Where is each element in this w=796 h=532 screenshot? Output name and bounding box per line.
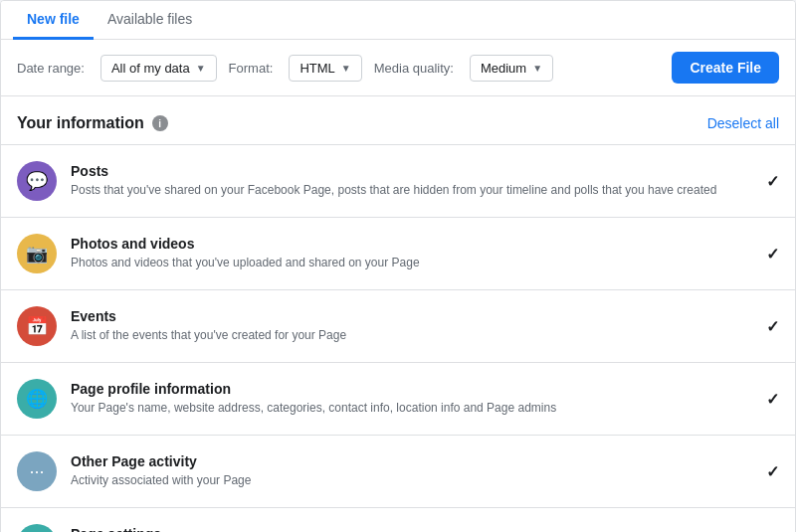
item-text-posts: Posts Posts that you've shared on your F…	[71, 163, 752, 199]
list-item[interactable]: ··· Other Page activity Activity associa…	[1, 436, 795, 508]
item-title-other-activity: Other Page activity	[71, 453, 752, 469]
format-chevron-icon: ▼	[341, 63, 351, 74]
create-file-button[interactable]: Create File	[672, 52, 779, 84]
item-title-page-settings: Page settings	[71, 526, 752, 532]
date-range-value: All of my data	[111, 61, 190, 76]
media-quality-dropdown[interactable]: Medium ▼	[470, 55, 553, 82]
item-check-photos-videos: ✓	[766, 245, 779, 264]
info-icon[interactable]: i	[152, 115, 168, 131]
item-title-page-profile: Page profile information	[71, 381, 752, 397]
item-desc-events: A list of the events that you've created…	[71, 327, 752, 344]
item-title-photos-videos: Photos and videos	[71, 236, 752, 252]
item-icon-photos-videos: 📷	[17, 234, 57, 273]
list-item[interactable]: 💬 Posts Posts that you've shared on your…	[1, 145, 795, 218]
section-title-text: Your information	[17, 114, 144, 132]
item-title-posts: Posts	[71, 163, 752, 179]
list-item[interactable]: 🌐 Page profile information Your Page's n…	[1, 363, 795, 436]
item-icon-events: 📅	[17, 306, 57, 346]
item-check-posts: ✓	[766, 172, 779, 191]
deselect-all-link[interactable]: Deselect all	[707, 115, 779, 131]
content-area: Your information i Deselect all 💬 Posts …	[1, 96, 795, 532]
item-desc-page-profile: Your Page's name, website address, categ…	[71, 400, 752, 417]
item-desc-other-activity: Activity associated with your Page	[71, 472, 752, 489]
media-quality-value: Medium	[481, 61, 526, 76]
format-dropdown[interactable]: HTML ▼	[289, 55, 361, 82]
item-check-events: ✓	[766, 317, 779, 336]
item-desc-posts: Posts that you've shared on your Faceboo…	[71, 182, 752, 199]
media-quality-chevron-icon: ▼	[532, 63, 542, 74]
item-icon-page-settings: ⚙	[17, 524, 57, 532]
item-desc-photos-videos: Photos and videos that you've uploaded a…	[71, 255, 752, 271]
items-list: 💬 Posts Posts that you've shared on your…	[1, 145, 795, 532]
tab-available-files[interactable]: Available files	[94, 1, 206, 40]
date-range-label: Date range:	[17, 61, 85, 76]
list-item[interactable]: 📅 Events A list of the events that you'v…	[1, 290, 795, 363]
item-check-page-profile: ✓	[766, 390, 779, 409]
tab-new-file[interactable]: New file	[13, 1, 94, 40]
item-text-page-profile: Page profile information Your Page's nam…	[71, 381, 752, 417]
toolbar: Date range: All of my data ▼ Format: HTM…	[1, 40, 795, 96]
media-quality-label: Media quality:	[374, 61, 454, 76]
date-range-dropdown[interactable]: All of my data ▼	[100, 55, 217, 82]
tabs-bar: New file Available files	[1, 1, 795, 40]
format-label: Format:	[229, 61, 274, 76]
section-header: Your information i Deselect all	[1, 96, 795, 145]
list-item[interactable]: 📷 Photos and videos Photos and videos th…	[1, 218, 795, 290]
list-item[interactable]: ⚙ Page settings Current settings for you…	[1, 508, 795, 532]
item-icon-posts: 💬	[17, 161, 57, 201]
format-value: HTML	[299, 61, 334, 76]
date-range-chevron-icon: ▼	[196, 63, 206, 74]
item-text-photos-videos: Photos and videos Photos and videos that…	[71, 236, 752, 271]
item-title-events: Events	[71, 308, 752, 324]
item-icon-other-activity: ···	[17, 451, 57, 491]
item-text-events: Events A list of the events that you've …	[71, 308, 752, 344]
item-icon-page-profile: 🌐	[17, 379, 57, 419]
item-check-other-activity: ✓	[766, 462, 779, 481]
section-title-group: Your information i	[17, 114, 168, 132]
item-text-other-activity: Other Page activity Activity associated …	[71, 453, 752, 489]
item-text-page-settings: Page settings Current settings for your …	[71, 526, 752, 532]
